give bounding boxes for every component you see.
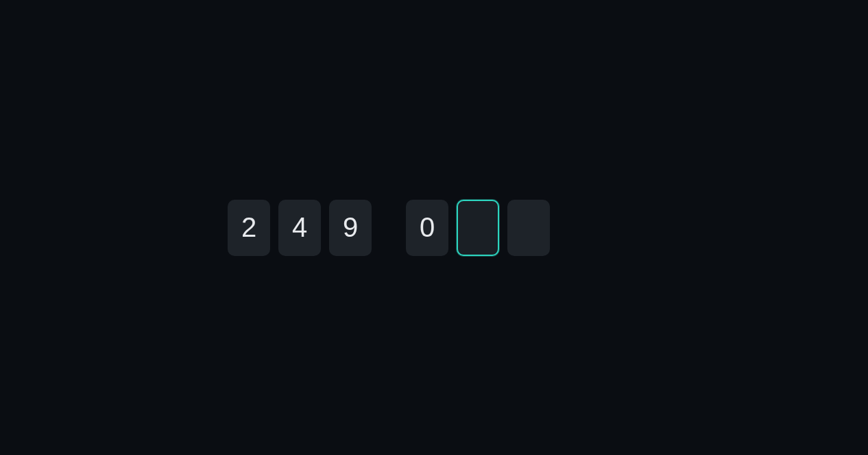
otp-input-container xyxy=(228,200,550,256)
otp-slot-4[interactable] xyxy=(406,200,448,256)
otp-group-2 xyxy=(406,200,550,256)
otp-slot-5[interactable] xyxy=(457,200,499,256)
otp-slot-1[interactable] xyxy=(228,200,270,256)
otp-slot-3[interactable] xyxy=(329,200,372,256)
otp-slot-2[interactable] xyxy=(278,200,321,256)
otp-group-1 xyxy=(228,200,372,256)
otp-slot-6[interactable] xyxy=(507,200,550,256)
